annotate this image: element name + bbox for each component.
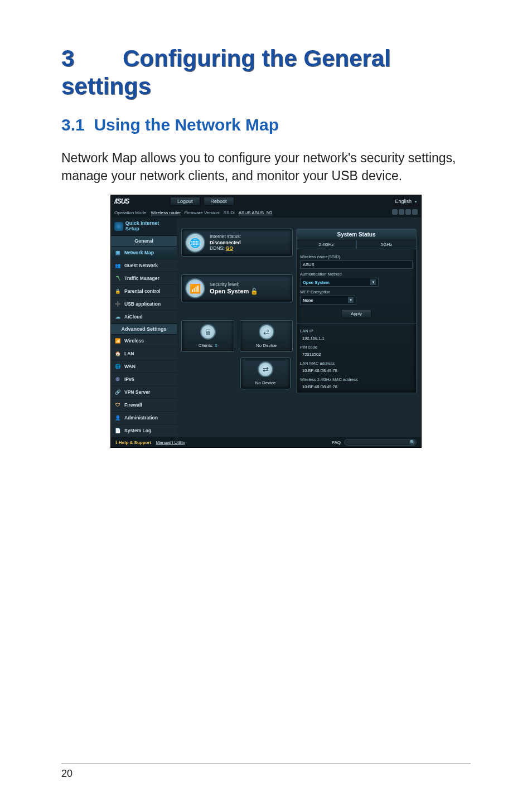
ddns-link[interactable]: GO xyxy=(226,245,233,251)
sidebar-header-advanced: Advanced Settings xyxy=(111,323,177,335)
ssid-input[interactable]: ASUS xyxy=(300,260,413,269)
internet-status-card[interactable]: 🌐 Internet status: Disconnected DDNS: GO xyxy=(181,229,293,257)
monitor-icon: 🖥 xyxy=(200,324,216,340)
router-screenshot: /ISUS Logout Reboot English ▼ Operation … xyxy=(110,195,422,448)
guest-network-icon: 👥 xyxy=(114,262,121,269)
pin-label: PIN code xyxy=(300,345,413,350)
sidebar-item-network-map[interactable]: ▣Network Map xyxy=(111,247,177,259)
vpn-server-icon: 🔗 xyxy=(114,389,121,395)
usb-icon: ⇄ xyxy=(259,324,274,340)
sidebar-item-label: USB application xyxy=(124,301,161,307)
pin-value: 72013502 xyxy=(300,351,413,358)
quick-internet-setup[interactable]: Quick Internet Setup xyxy=(111,218,177,235)
search-icon: 🔍 xyxy=(409,439,415,445)
section-title: 3.1 Using the Network Map xyxy=(61,115,471,134)
sidebar-item-label: IPv6 xyxy=(124,376,134,382)
sidebar-item-label: LAN xyxy=(124,351,134,356)
sidebar: Quick Internet Setup General ▣Network Ma… xyxy=(111,218,177,437)
chevron-down-icon: ▼ xyxy=(370,279,376,285)
lanip-label: LAN IP xyxy=(300,328,413,334)
reboot-button[interactable]: Reboot xyxy=(204,197,234,206)
sidebar-item-label: WAN xyxy=(124,364,136,369)
page-number: 20 xyxy=(61,763,471,780)
internet-status-label: Internet status: xyxy=(210,234,241,239)
router-icon: 📶 xyxy=(185,278,205,298)
sidebar-item-traffic-manager[interactable]: 〽Traffic Manager xyxy=(111,272,177,285)
usb-card-1[interactable]: ⇄ No Device xyxy=(240,320,293,352)
panel-title: System Status xyxy=(297,229,416,240)
help-support-label: Help & Support xyxy=(119,440,151,445)
sidebar-item-parental-control[interactable]: 🔒Parental control xyxy=(111,285,177,298)
sidebar-item-label: VPN Server xyxy=(124,389,150,395)
faq-label: FAQ xyxy=(332,440,341,445)
parental-control-icon: 🔒 xyxy=(114,288,121,294)
wep-select[interactable]: None▼ xyxy=(300,296,356,305)
clients-card[interactable]: 🖥 Clients: 3 xyxy=(181,320,234,352)
sidebar-item-wireless[interactable]: 📶Wireless xyxy=(111,335,177,347)
top-bar: /ISUS Logout Reboot English ▼ xyxy=(111,195,421,207)
clients-label: Clients: xyxy=(199,343,214,348)
manual-utility-links[interactable]: Manual | Utility xyxy=(156,440,185,445)
chapter-number: 3 xyxy=(61,45,123,73)
traffic-manager-icon: 〽 xyxy=(114,275,121,282)
sidebar-item-label: Parental control xyxy=(124,288,161,294)
usb-application-icon: ➕ xyxy=(114,301,121,307)
unlock-icon: 🔓 xyxy=(250,288,258,294)
sidebar-item-label: AiCloud xyxy=(124,314,143,320)
ipv6-icon: ⑥ xyxy=(114,376,121,383)
op-mode-value[interactable]: Wireless router xyxy=(151,210,181,215)
sidebar-item-firewall[interactable]: 🛡Firewall xyxy=(111,399,177,412)
sidebar-item-wan[interactable]: 🌐WAN xyxy=(111,360,177,373)
sidebar-item-administration[interactable]: 👤Administration xyxy=(111,412,177,424)
info-bar: Operation Mode: Wireless router Firmware… xyxy=(111,207,421,218)
ssid-value[interactable]: ASUS ASUS_5G xyxy=(239,210,272,215)
sidebar-item-aicloud[interactable]: ☁AiCloud xyxy=(111,311,177,323)
chapter-title: 3Configuring the General settings xyxy=(61,45,471,101)
sidebar-item-system-log[interactable]: 📄System Log xyxy=(111,424,177,437)
logout-button[interactable]: Logout xyxy=(170,197,200,206)
lan-icon: 🏠 xyxy=(114,350,121,357)
network-map-canvas: 🌐 Internet status: Disconnected DDNS: GO… xyxy=(177,218,421,437)
security-label: Security level: xyxy=(210,282,258,288)
clients-value: 3 xyxy=(215,343,217,348)
wep-field-label: WEP Encryption xyxy=(300,289,413,294)
usb2-label: No Device xyxy=(244,380,287,385)
info-icon: ℹ xyxy=(115,440,117,445)
lanip-value: 192.168.1.1 xyxy=(300,335,413,342)
section-number: 3.1 xyxy=(61,115,85,134)
firewall-icon: 🛡 xyxy=(114,402,121,408)
sidebar-item-guest-network[interactable]: 👥Guest Network xyxy=(111,259,177,272)
sidebar-item-label: Administration xyxy=(124,415,158,421)
tab-5ghz[interactable]: 5GHz xyxy=(356,240,416,249)
security-value: Open System xyxy=(210,288,249,294)
tab-2-4ghz[interactable]: 2.4GHz xyxy=(297,240,356,249)
qis-label: Quick Internet Setup xyxy=(125,221,173,231)
sidebar-item-lan[interactable]: 🏠LAN xyxy=(111,347,177,360)
ddns-label: DDNS: xyxy=(210,245,224,251)
auth-select[interactable]: Open System▼ xyxy=(300,278,379,287)
sidebar-item-usb-application[interactable]: ➕USB application xyxy=(111,298,177,311)
aicloud-icon: ☁ xyxy=(114,313,121,320)
administration-icon: 👤 xyxy=(114,414,121,421)
apply-button[interactable]: Apply xyxy=(341,309,371,318)
lanmac-label: LAN MAC address xyxy=(300,361,413,366)
language-selector[interactable]: English xyxy=(395,199,412,204)
system-status-panel: System Status 2.4GHz 5GHz Wireless name(… xyxy=(296,229,417,393)
wmac-label: Wireless 2.4GHz MAC address xyxy=(300,377,413,382)
usb-card-2[interactable]: ⇄ No Device xyxy=(240,357,291,389)
wmac-value: 10:BF:48:D8:49:78 xyxy=(300,383,413,390)
lanmac-value: 10:BF:48:D8:49:78 xyxy=(300,367,413,374)
faq-search[interactable]: 🔍 xyxy=(344,439,417,446)
sidebar-item-label: Traffic Manager xyxy=(124,276,159,281)
page-footer: 20 xyxy=(0,763,532,780)
fw-label: Firmware Version: xyxy=(184,210,220,215)
sidebar-item-label: Wireless xyxy=(124,338,144,344)
security-level-card[interactable]: 📶 Security level: Open System 🔓 xyxy=(181,274,293,302)
qis-icon xyxy=(114,222,123,231)
sidebar-item-ipv6[interactable]: ⑥IPv6 xyxy=(111,373,177,386)
sidebar-item-vpn-server[interactable]: 🔗VPN Server xyxy=(111,386,177,399)
section-title-text: Using the Network Map xyxy=(94,115,279,134)
ssid-field-label: Wireless name(SSID) xyxy=(300,254,413,259)
bottom-bar: ℹ Help & Support Manual | Utility FAQ 🔍 xyxy=(111,437,421,447)
sidebar-item-label: Firewall xyxy=(124,402,142,408)
